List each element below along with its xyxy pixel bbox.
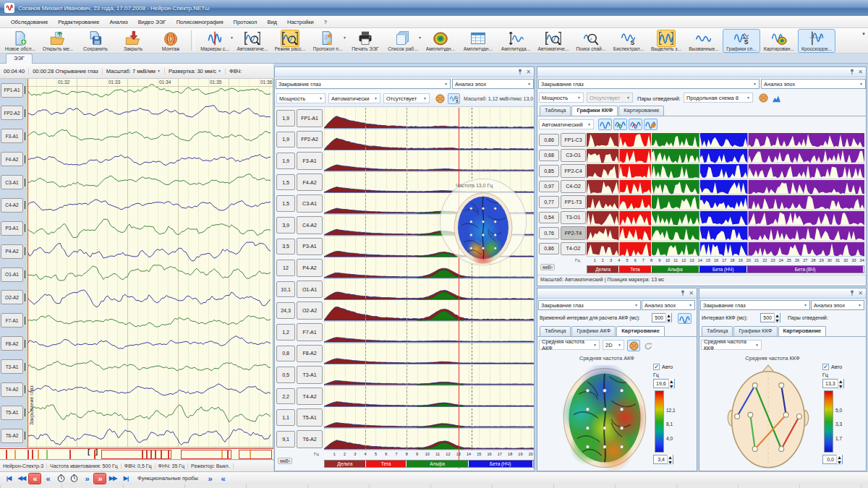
spectra-smoothing-combo[interactable]: Автоматически▼ <box>328 93 380 103</box>
coherence-view-icon-0[interactable] <box>598 119 612 130</box>
toolbar-item-2[interactable]: Сохранить <box>77 29 114 53</box>
crosscorr-mode-combo[interactable]: Анализ эпох▼ <box>811 300 864 310</box>
spectrum-row-plot[interactable] <box>324 279 534 301</box>
eeg-channel-label[interactable]: O1-A1 <box>1 267 23 282</box>
coherence-row-plot[interactable] <box>587 210 864 226</box>
spectrum-row-channel[interactable]: F8-A2 <box>297 345 323 363</box>
spectrum-row-plot[interactable] <box>324 364 534 386</box>
coherence-row-pair[interactable]: FP2-C4 <box>561 164 586 178</box>
eeg-channel-label[interactable]: O2-A2 <box>1 290 23 304</box>
eeg-channel-label[interactable]: T6-A2 <box>1 429 23 443</box>
coherence-row-pair[interactable]: C3-O1 <box>561 149 586 163</box>
autocorr-tabs-tab-0[interactable]: Таблица <box>540 326 571 336</box>
toolbar-overflow-icon[interactable]: ▼ <box>861 32 866 36</box>
checkbox-auto[interactable]: ✓ <box>822 364 829 370</box>
toolbar-item-17[interactable]: Выделить з... <box>647 29 685 53</box>
autocorr-stage-combo[interactable]: Закрывание глаз▼ <box>538 300 641 310</box>
menu-item-1[interactable]: Редактирование <box>53 17 104 27</box>
toolbar-item-0[interactable]: Новое обсл... <box>1 29 39 53</box>
eeg-channel-label[interactable]: P3-A1 <box>1 221 23 236</box>
autocorr-mode-combo[interactable]: Анализ эпох▼ <box>642 300 695 310</box>
forward-page-icon[interactable]: » <box>94 474 106 484</box>
toolbar-item-13[interactable]: Амплитуда... <box>497 29 535 53</box>
spectra-marker-line[interactable] <box>459 108 459 468</box>
forward-icon[interactable]: » <box>81 474 93 484</box>
pin-icon[interactable] <box>849 290 855 296</box>
tab-eeg[interactable]: ЭЭГ <box>6 53 33 64</box>
autocorr-interval-spin[interactable]: 500▲▼ <box>652 313 672 322</box>
spectrum-row-channel[interactable]: FP2-A2 <box>297 131 323 149</box>
crosscorr-scale-max[interactable]: 13,3▲▼ <box>822 379 844 388</box>
coherence-row-pair[interactable]: FP1-T3 <box>561 195 586 209</box>
spectrum-row-plot[interactable] <box>324 150 534 172</box>
head-map-icon[interactable] <box>757 93 769 103</box>
pin-icon[interactable] <box>517 69 523 75</box>
skip-first-icon[interactable]: |◀ <box>3 474 14 484</box>
eeg-navigator-strip[interactable]: [ ] <box>0 448 273 460</box>
navigator-segment[interactable] <box>239 450 272 459</box>
coherence-row-plot[interactable] <box>587 148 864 164</box>
spectrum-row-channel[interactable]: FP1-A1 <box>297 109 323 127</box>
spinner-arrows[interactable]: ▲▼ <box>668 379 674 389</box>
toolbar-item-6[interactable]: Автоматиче... <box>234 29 271 53</box>
eeg-channel-label[interactable]: C4-A2 <box>1 198 23 213</box>
menu-item-6[interactable]: Вид <box>262 17 282 27</box>
eeg-channel-label[interactable]: P4-A2 <box>1 244 23 259</box>
spin-up-icon[interactable]: ▲ <box>668 455 673 460</box>
coherence-row-plot[interactable] <box>587 179 864 195</box>
toolbar-item-5[interactable]: Маркеры с...▼ <box>196 29 234 53</box>
rewind-icon[interactable]: « <box>42 474 54 484</box>
crosscorr-tabs-tab-0[interactable]: Таблица <box>702 326 733 336</box>
coherence-row-plot[interactable] <box>587 194 864 210</box>
spectra-scale-icon[interactable]: S <box>448 93 460 104</box>
close-icon[interactable]: ✕ <box>858 69 863 75</box>
toolbar-item-1[interactable]: Открыть ме... <box>39 29 77 53</box>
coherence-view-icon-2[interactable] <box>629 119 642 130</box>
spectrum-row-channel[interactable]: T5-A1 <box>297 408 323 427</box>
spectrum-row-channel[interactable]: P3-A1 <box>297 238 323 256</box>
spectrum-row-channel[interactable]: F4-A2 <box>297 174 323 192</box>
spectrum-row-channel[interactable]: T3-A1 <box>297 366 323 384</box>
crosscorr-tabs-tab-2[interactable]: Картирование <box>778 326 827 336</box>
menu-item-3[interactable]: Видео ЭЭГ <box>133 17 171 27</box>
spectra-mode-combo[interactable]: Анализ эпох▼ <box>452 79 534 89</box>
coherence-tabs-tab-1[interactable]: Графики ККФ <box>571 106 618 116</box>
eeg-channel-label[interactable]: F8-A2 <box>1 336 23 351</box>
spectrum-row-plot[interactable] <box>324 343 534 365</box>
spectrum-row-plot[interactable] <box>324 407 534 429</box>
spin-down-icon[interactable]: ▼ <box>669 384 674 389</box>
spectrum-row-plot[interactable] <box>324 108 534 129</box>
eeg-channel-label[interactable]: T5-A1 <box>1 406 23 420</box>
eeg-channel-label[interactable]: T3-A1 <box>1 359 23 374</box>
toolbar-item-7[interactable]: Режим расс... <box>271 29 309 53</box>
menu-item-0[interactable]: Обследование <box>6 17 53 27</box>
spectrum-row-channel[interactable]: F3-A1 <box>297 152 323 170</box>
fast-forward-icon[interactable]: ▶▶ <box>107 474 119 484</box>
coherence-row-plot[interactable] <box>587 241 864 257</box>
spectrum-row-channel[interactable]: O2-A2 <box>297 301 323 320</box>
toolbar-item-4[interactable]: Монтаж <box>152 29 190 53</box>
pin-icon[interactable] <box>849 69 855 75</box>
toolbar-item-8[interactable]: ★Протокол п...▼ <box>309 29 346 53</box>
spectrum-row-plot[interactable] <box>324 429 534 450</box>
spinner-arrows[interactable]: ▲▼ <box>774 313 780 323</box>
coherence-row-plot[interactable] <box>587 226 864 241</box>
spectra-reject-combo[interactable]: Отсутствует▼ <box>383 93 430 103</box>
coherence-measure-combo[interactable]: Мощность▼ <box>539 93 584 103</box>
crosscorr-maptype-combo[interactable]: Средняя частота ККФ▼ <box>701 340 762 350</box>
spin-down-icon[interactable]: ▼ <box>666 318 671 323</box>
coherence-row-pair[interactable]: T4-O2 <box>561 242 586 256</box>
prev-probe-icon[interactable]: « <box>217 474 229 484</box>
spectrum-row-channel[interactable]: T4-A2 <box>297 388 323 406</box>
coherence-row-plot[interactable] <box>587 163 864 179</box>
spectrum-row-channel[interactable]: P4-A2 <box>297 259 323 277</box>
skip-last-icon[interactable]: ▶| <box>120 474 132 484</box>
eeg-channel-label[interactable]: C3-A1 <box>1 175 23 189</box>
spin-up-icon[interactable]: ▲ <box>837 455 842 460</box>
autocorr-tabs-tab-1[interactable]: Графики АКФ <box>571 326 616 336</box>
navigator-segment[interactable] <box>181 450 231 459</box>
navigator-segment[interactable] <box>101 450 171 459</box>
next-probe-icon[interactable]: » <box>204 474 216 484</box>
spin-up-icon[interactable]: ▲ <box>775 313 780 318</box>
eeg-trace-area[interactable] <box>26 79 273 448</box>
